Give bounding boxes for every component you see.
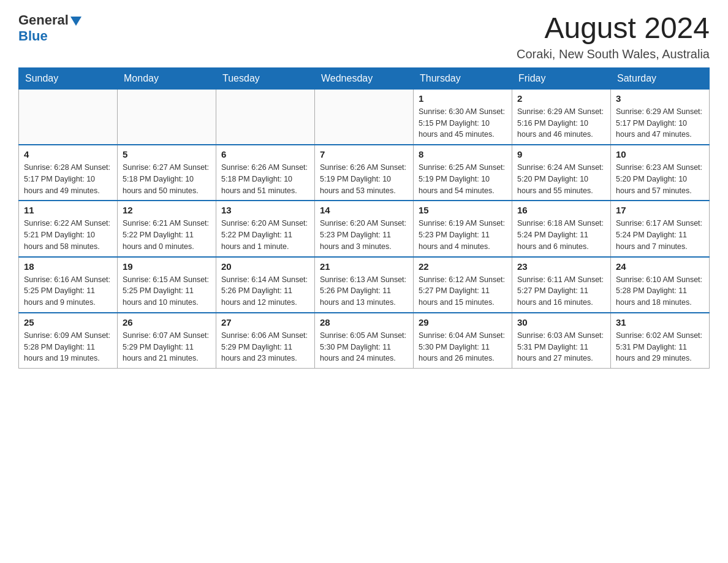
day-info: Sunrise: 6:26 AM Sunset: 5:19 PM Dayligh… xyxy=(320,162,408,196)
day-info: Sunrise: 6:04 AM Sunset: 5:30 PM Dayligh… xyxy=(419,330,507,364)
day-number: 9 xyxy=(517,149,605,159)
day-info: Sunrise: 6:19 AM Sunset: 5:23 PM Dayligh… xyxy=(419,218,507,252)
day-info: Sunrise: 6:09 AM Sunset: 5:28 PM Dayligh… xyxy=(24,330,112,364)
day-number: 5 xyxy=(123,149,211,159)
calendar-cell: 19Sunrise: 6:15 AM Sunset: 5:25 PM Dayli… xyxy=(118,257,216,313)
calendar-cell: 25Sunrise: 6:09 AM Sunset: 5:28 PM Dayli… xyxy=(19,313,118,369)
calendar-cell: 17Sunrise: 6:17 AM Sunset: 5:24 PM Dayli… xyxy=(611,201,710,256)
day-number: 16 xyxy=(517,205,605,215)
day-info: Sunrise: 6:23 AM Sunset: 5:20 PM Dayligh… xyxy=(616,162,704,196)
day-number: 20 xyxy=(221,261,309,272)
calendar-cell: 3Sunrise: 6:29 AM Sunset: 5:17 PM Daylig… xyxy=(611,89,710,145)
day-number: 30 xyxy=(517,317,605,327)
day-info: Sunrise: 6:21 AM Sunset: 5:22 PM Dayligh… xyxy=(123,218,211,252)
calendar-day-header: Sunday xyxy=(19,67,118,89)
calendar-cell xyxy=(216,89,315,145)
calendar-cell: 16Sunrise: 6:18 AM Sunset: 5:24 PM Dayli… xyxy=(512,201,611,256)
day-number: 19 xyxy=(123,261,211,272)
day-number: 31 xyxy=(616,317,704,327)
calendar-cell: 5Sunrise: 6:27 AM Sunset: 5:18 PM Daylig… xyxy=(118,145,216,201)
day-number: 27 xyxy=(221,317,309,327)
day-number: 29 xyxy=(419,317,507,327)
day-info: Sunrise: 6:27 AM Sunset: 5:18 PM Dayligh… xyxy=(123,162,211,196)
day-info: Sunrise: 6:22 AM Sunset: 5:21 PM Dayligh… xyxy=(24,218,112,252)
day-number: 4 xyxy=(24,149,112,159)
calendar-cell: 27Sunrise: 6:06 AM Sunset: 5:29 PM Dayli… xyxy=(216,313,315,369)
day-number: 6 xyxy=(221,149,309,159)
calendar-cell: 7Sunrise: 6:26 AM Sunset: 5:19 PM Daylig… xyxy=(315,145,414,201)
day-info: Sunrise: 6:17 AM Sunset: 5:24 PM Dayligh… xyxy=(616,218,704,252)
location-title: Coraki, New South Wales, Australia xyxy=(517,47,710,61)
day-info: Sunrise: 6:16 AM Sunset: 5:25 PM Dayligh… xyxy=(24,274,112,308)
day-info: Sunrise: 6:25 AM Sunset: 5:19 PM Dayligh… xyxy=(419,162,507,196)
day-number: 7 xyxy=(320,149,408,159)
day-number: 3 xyxy=(616,93,704,104)
day-number: 18 xyxy=(24,261,112,272)
calendar-cell: 15Sunrise: 6:19 AM Sunset: 5:23 PM Dayli… xyxy=(414,201,512,256)
calendar-week-row: 1Sunrise: 6:30 AM Sunset: 5:15 PM Daylig… xyxy=(19,89,710,145)
calendar-cell: 13Sunrise: 6:20 AM Sunset: 5:22 PM Dayli… xyxy=(216,201,315,256)
calendar-day-header: Saturday xyxy=(611,67,710,89)
day-number: 13 xyxy=(221,205,309,215)
day-number: 21 xyxy=(320,261,408,272)
calendar-cell: 18Sunrise: 6:16 AM Sunset: 5:25 PM Dayli… xyxy=(19,257,118,313)
calendar-day-header: Thursday xyxy=(414,67,512,89)
calendar-cell: 29Sunrise: 6:04 AM Sunset: 5:30 PM Dayli… xyxy=(414,313,512,369)
logo: General Blue xyxy=(18,12,82,44)
calendar-week-row: 18Sunrise: 6:16 AM Sunset: 5:25 PM Dayli… xyxy=(19,257,710,313)
day-number: 12 xyxy=(123,205,211,215)
calendar-cell xyxy=(19,89,118,145)
calendar-cell: 22Sunrise: 6:12 AM Sunset: 5:27 PM Dayli… xyxy=(414,257,512,313)
day-number: 10 xyxy=(616,149,704,159)
day-info: Sunrise: 6:07 AM Sunset: 5:29 PM Dayligh… xyxy=(123,330,211,364)
calendar-cell: 24Sunrise: 6:10 AM Sunset: 5:28 PM Dayli… xyxy=(611,257,710,313)
day-number: 23 xyxy=(517,261,605,272)
day-info: Sunrise: 6:05 AM Sunset: 5:30 PM Dayligh… xyxy=(320,330,408,364)
calendar-week-row: 25Sunrise: 6:09 AM Sunset: 5:28 PM Dayli… xyxy=(19,313,710,369)
month-title: August 2024 xyxy=(517,12,710,45)
day-number: 17 xyxy=(616,205,704,215)
day-number: 26 xyxy=(123,317,211,327)
title-block: August 2024 Coraki, New South Wales, Aus… xyxy=(517,12,710,61)
day-number: 2 xyxy=(517,93,605,104)
calendar-week-row: 11Sunrise: 6:22 AM Sunset: 5:21 PM Dayli… xyxy=(19,201,710,256)
calendar-header-row: SundayMondayTuesdayWednesdayThursdayFrid… xyxy=(19,67,710,89)
calendar-cell: 8Sunrise: 6:25 AM Sunset: 5:19 PM Daylig… xyxy=(414,145,512,201)
calendar-cell: 11Sunrise: 6:22 AM Sunset: 5:21 PM Dayli… xyxy=(19,201,118,256)
calendar-cell: 28Sunrise: 6:05 AM Sunset: 5:30 PM Dayli… xyxy=(315,313,414,369)
day-number: 15 xyxy=(419,205,507,215)
day-info: Sunrise: 6:26 AM Sunset: 5:18 PM Dayligh… xyxy=(221,162,309,196)
logo-arrow-icon xyxy=(70,17,82,26)
day-number: 28 xyxy=(320,317,408,327)
day-info: Sunrise: 6:14 AM Sunset: 5:26 PM Dayligh… xyxy=(221,274,309,308)
day-info: Sunrise: 6:30 AM Sunset: 5:15 PM Dayligh… xyxy=(419,106,507,140)
day-info: Sunrise: 6:13 AM Sunset: 5:26 PM Dayligh… xyxy=(320,274,408,308)
calendar-day-header: Tuesday xyxy=(216,67,315,89)
calendar-cell: 6Sunrise: 6:26 AM Sunset: 5:18 PM Daylig… xyxy=(216,145,315,201)
calendar-day-header: Wednesday xyxy=(315,67,414,89)
day-info: Sunrise: 6:15 AM Sunset: 5:25 PM Dayligh… xyxy=(123,274,211,308)
calendar-cell: 23Sunrise: 6:11 AM Sunset: 5:27 PM Dayli… xyxy=(512,257,611,313)
day-number: 1 xyxy=(419,93,507,104)
day-info: Sunrise: 6:29 AM Sunset: 5:16 PM Dayligh… xyxy=(517,106,605,140)
calendar-cell xyxy=(118,89,216,145)
calendar-cell: 31Sunrise: 6:02 AM Sunset: 5:31 PM Dayli… xyxy=(611,313,710,369)
calendar-cell: 21Sunrise: 6:13 AM Sunset: 5:26 PM Dayli… xyxy=(315,257,414,313)
calendar-cell: 14Sunrise: 6:20 AM Sunset: 5:23 PM Dayli… xyxy=(315,201,414,256)
day-number: 24 xyxy=(616,261,704,272)
day-info: Sunrise: 6:20 AM Sunset: 5:22 PM Dayligh… xyxy=(221,218,309,252)
calendar-cell: 20Sunrise: 6:14 AM Sunset: 5:26 PM Dayli… xyxy=(216,257,315,313)
calendar-day-header: Monday xyxy=(118,67,216,89)
calendar-cell: 12Sunrise: 6:21 AM Sunset: 5:22 PM Dayli… xyxy=(118,201,216,256)
calendar-cell: 9Sunrise: 6:24 AM Sunset: 5:20 PM Daylig… xyxy=(512,145,611,201)
day-number: 8 xyxy=(419,149,507,159)
calendar-cell: 1Sunrise: 6:30 AM Sunset: 5:15 PM Daylig… xyxy=(414,89,512,145)
day-number: 22 xyxy=(419,261,507,272)
calendar-table: SundayMondayTuesdayWednesdayThursdayFrid… xyxy=(18,67,710,369)
day-info: Sunrise: 6:12 AM Sunset: 5:27 PM Dayligh… xyxy=(419,274,507,308)
day-info: Sunrise: 6:20 AM Sunset: 5:23 PM Dayligh… xyxy=(320,218,408,252)
calendar-cell: 2Sunrise: 6:29 AM Sunset: 5:16 PM Daylig… xyxy=(512,89,611,145)
day-info: Sunrise: 6:03 AM Sunset: 5:31 PM Dayligh… xyxy=(517,330,605,364)
day-info: Sunrise: 6:10 AM Sunset: 5:28 PM Dayligh… xyxy=(616,274,704,308)
day-info: Sunrise: 6:24 AM Sunset: 5:20 PM Dayligh… xyxy=(517,162,605,196)
